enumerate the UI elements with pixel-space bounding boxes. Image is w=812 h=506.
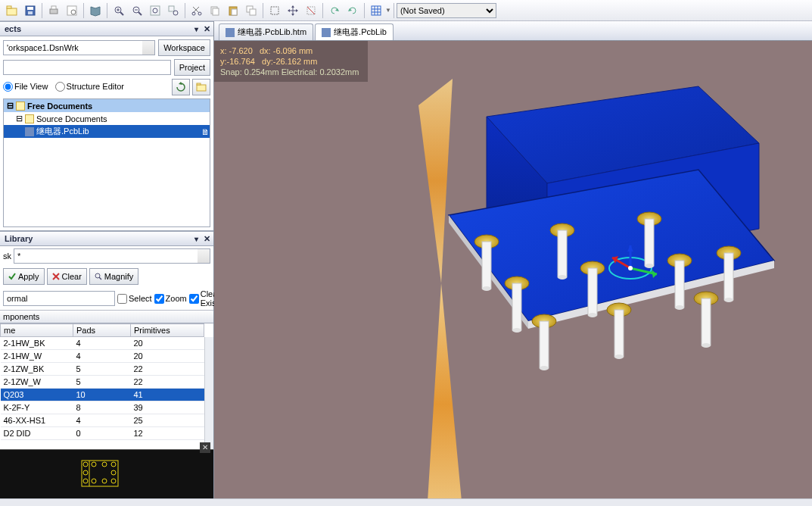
- svg-rect-16: [151, 6, 160, 15]
- pcb-3d-view[interactable]: x: -7.620 dx: -6.096 mm y:-16.764 dy:-26…: [214, 41, 812, 498]
- save-icon[interactable]: [22, 2, 39, 19]
- svg-rect-103: [675, 261, 684, 308]
- svg-marker-40: [348, 8, 352, 11]
- svg-line-10: [120, 12, 123, 15]
- project-field[interactable]: [3, 60, 171, 75]
- col-primitives[interactable]: Primitives: [131, 324, 204, 337]
- select-checkbox[interactable]: Select: [117, 294, 152, 304]
- project-button[interactable]: Project: [174, 59, 210, 76]
- tree-free-documents[interactable]: ⊟ Free Documents: [4, 99, 210, 112]
- svg-point-89: [540, 366, 549, 370]
- print-icon[interactable]: [45, 2, 62, 19]
- table-row[interactable]: D2 DID012: [1, 427, 204, 440]
- pin-icon[interactable]: ▾: [194, 235, 198, 243]
- folder-icon: [25, 114, 34, 123]
- svg-point-59: [92, 479, 96, 483]
- tree-pcblib-file[interactable]: 继电器.PcbLib 🗎: [4, 125, 210, 138]
- table-row[interactable]: 2-1ZW_W522: [1, 376, 204, 389]
- svg-line-52: [99, 277, 101, 280]
- svg-marker-35: [288, 9, 290, 12]
- open-folder-icon[interactable]: [192, 79, 210, 95]
- footprint-preview: ✕: [0, 449, 213, 498]
- col-pads[interactable]: Pads: [73, 324, 131, 337]
- deselect-icon[interactable]: [303, 2, 319, 19]
- left-sidebar: ects ▾ ✕ Workspace Project File View Str…: [0, 21, 214, 498]
- cut-icon[interactable]: [188, 2, 205, 19]
- close-icon[interactable]: ✕: [200, 442, 210, 453]
- mode-dropdown[interactable]: [3, 291, 115, 306]
- svg-point-107: [702, 343, 711, 348]
- svg-point-101: [645, 264, 654, 268]
- svg-rect-5: [50, 9, 58, 14]
- refresh-icon[interactable]: [172, 79, 190, 95]
- document-tabs: 继电器.PcbLib.htm 继电器.PcbLib: [214, 21, 812, 41]
- close-icon[interactable]: ✕: [204, 24, 210, 34]
- svg-point-56: [83, 470, 88, 475]
- clear-button[interactable]: Clear: [47, 268, 87, 285]
- svg-rect-48: [197, 83, 201, 85]
- table-scrollbar[interactable]: [204, 337, 213, 449]
- undo-icon[interactable]: [326, 2, 343, 19]
- table-row[interactable]: Q2031041: [1, 389, 204, 401]
- paste-icon[interactable]: [225, 2, 241, 19]
- svg-point-19: [173, 11, 178, 15]
- svg-point-98: [614, 355, 624, 359]
- select-icon[interactable]: [266, 2, 283, 19]
- svg-point-92: [558, 275, 567, 280]
- main-toolbar: ▼ (Not Saved): [0, 0, 812, 21]
- components-table[interactable]: me Pads Primitives 2-1HW_BK4202-1HW_W420…: [0, 323, 213, 449]
- pin-icon[interactable]: ▾: [194, 25, 198, 33]
- project-tree[interactable]: ⊟ Free Documents ⊟ Source Documents 继电器.…: [3, 98, 210, 227]
- svg-rect-1: [7, 6, 11, 8]
- file-view-radio[interactable]: File View: [3, 82, 48, 92]
- svg-rect-4: [28, 11, 33, 14]
- svg-rect-6: [51, 6, 56, 9]
- grid-icon[interactable]: [368, 2, 384, 19]
- zoom-checkbox[interactable]: Zoom: [154, 294, 187, 304]
- zoom-out-icon[interactable]: [129, 2, 145, 19]
- svg-point-86: [512, 328, 521, 333]
- zoom-window-icon[interactable]: [165, 2, 182, 19]
- doc-icon: [322, 28, 331, 37]
- library-panel-header: Library ▾ ✕: [0, 231, 213, 246]
- projects-title: ects: [5, 24, 21, 33]
- projects-panel-body: Workspace Project File View Structure Ed…: [0, 36, 213, 231]
- structure-editor-radio[interactable]: Structure Editor: [55, 82, 124, 92]
- tree-source-documents[interactable]: ⊟ Source Documents: [4, 112, 210, 125]
- svg-rect-0: [7, 8, 17, 15]
- table-row[interactable]: 2-1ZW_BK522: [1, 363, 204, 376]
- apply-button[interactable]: Apply: [3, 268, 45, 285]
- footprint-drawing: [77, 456, 123, 494]
- svg-point-110: [724, 298, 733, 302]
- saved-queries-dropdown[interactable]: (Not Saved): [397, 3, 496, 18]
- book-icon[interactable]: [87, 2, 104, 19]
- svg-point-58: [92, 462, 96, 467]
- svg-point-55: [83, 462, 88, 467]
- open-icon[interactable]: [4, 2, 20, 19]
- table-row[interactable]: 2-1HW_W420: [1, 350, 204, 363]
- components-section-header: mponents: [0, 310, 213, 323]
- tab-pcblib-htm[interactable]: 继电器.PcbLib.htm: [219, 23, 313, 40]
- copy-icon[interactable]: [207, 2, 223, 19]
- preview-icon[interactable]: [64, 2, 80, 19]
- col-name[interactable]: me: [1, 324, 73, 337]
- table-row[interactable]: 2-1HW_BK420: [1, 337, 204, 350]
- table-row[interactable]: 46-XX-HS1425: [1, 414, 204, 427]
- zoom-in-icon[interactable]: [110, 2, 127, 19]
- zoom-fit-icon[interactable]: [147, 2, 163, 19]
- redo-icon[interactable]: [344, 2, 361, 19]
- table-row[interactable]: K-2F-Y839: [1, 401, 204, 414]
- workspace-button[interactable]: Workspace: [158, 39, 210, 56]
- svg-line-14: [138, 12, 142, 15]
- svg-rect-100: [645, 219, 654, 266]
- svg-marker-65: [426, 283, 464, 498]
- move-icon[interactable]: [285, 2, 301, 19]
- library-title: Library: [5, 234, 33, 243]
- mask-input[interactable]: [14, 248, 210, 264]
- pcblib-icon: [25, 127, 34, 136]
- close-icon[interactable]: ✕: [204, 234, 210, 244]
- tab-pcblib[interactable]: 继电器.PcbLib: [315, 23, 394, 40]
- duplicate-icon[interactable]: [243, 2, 260, 19]
- workspace-dropdown[interactable]: [3, 40, 155, 55]
- magnify-button[interactable]: Magnify: [89, 268, 139, 285]
